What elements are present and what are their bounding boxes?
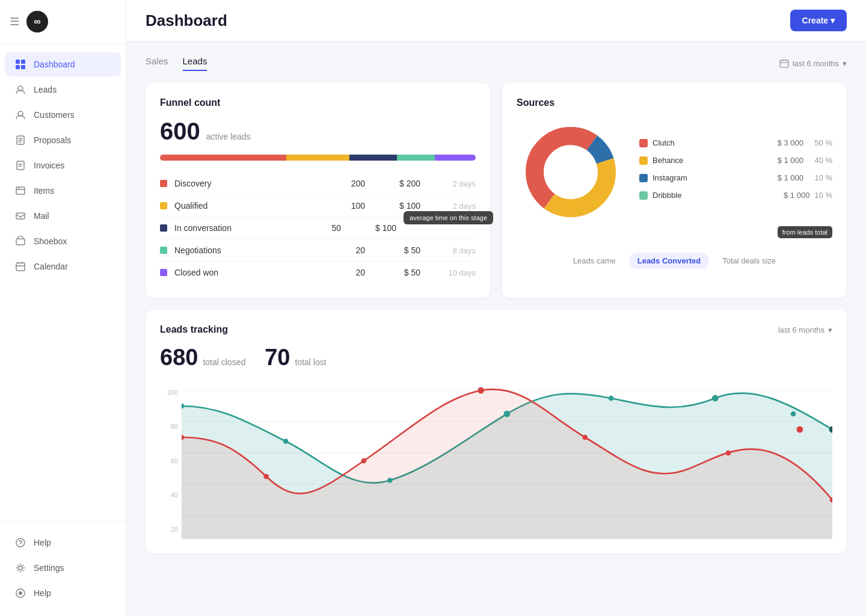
y-label-40: 40 (160, 491, 178, 499)
from-leads-total-tooltip: from leads total (778, 226, 832, 238)
total-lost-label: total lost (295, 357, 327, 367)
leads-tracking-card: Leads tracking last 6 months ▾ 680 total… (146, 310, 847, 553)
bar-closed (435, 155, 476, 161)
tab-list: Sales Leads (146, 56, 207, 71)
sidebar-item-proposals[interactable]: Proposals (5, 128, 121, 152)
mail-icon (14, 210, 26, 222)
funnel-row-days: 2 days (428, 202, 476, 211)
sidebar-item-shoebox[interactable]: Shoebox (5, 229, 121, 253)
sidebar-item-settings[interactable]: Settings (5, 556, 121, 580)
sidebar-item-mail[interactable]: Mail (5, 204, 121, 228)
red-dot-end (796, 427, 803, 433)
funnel-row-name: Negotiations (174, 245, 328, 255)
svg-rect-7 (17, 161, 24, 170)
y-label-80: 80 (160, 423, 178, 430)
teal-dot (283, 439, 289, 444)
legend-amount: $ 3 000 (767, 138, 803, 147)
total-lost-stat: 70 total lost (265, 345, 326, 371)
shoebox-icon (14, 235, 26, 247)
funnel-color-dot (160, 224, 167, 232)
red-dot (583, 435, 588, 440)
donut-chart (517, 118, 625, 229)
sidebar-header: ☰ ∞ (0, 0, 126, 44)
hamburger-icon[interactable]: ☰ (10, 15, 19, 28)
tab-sales[interactable]: Sales (146, 56, 168, 71)
sidebar-footer: Help Settings Help (0, 522, 126, 616)
total-lost-number: 70 (265, 345, 290, 371)
funnel-row-days: 2 days (428, 179, 476, 188)
svg-rect-1 (21, 60, 25, 64)
sidebar-item-leads[interactable]: Leads (5, 78, 121, 102)
sources-tab-leads_converted[interactable]: Leads Converted (629, 253, 709, 269)
funnel-row-count: 20 (335, 268, 365, 277)
sidebar-item-items[interactable]: Items (5, 179, 121, 203)
sources-tab-total_deals[interactable]: Total deals size (714, 253, 784, 269)
svg-point-9 (18, 188, 19, 189)
funnel-number: 600 (160, 118, 200, 145)
funnel-row-count: 100 (335, 201, 365, 211)
funnel-row-count: 200 (335, 179, 365, 188)
legend-color-dot (639, 191, 648, 200)
sources-tab-leads_came[interactable]: Leads came (565, 253, 624, 269)
teal-dot (609, 396, 614, 401)
y-label-100: 100 (160, 389, 178, 396)
help2-icon (14, 587, 26, 599)
dashboard-grid: Funnel count 600 active leads Discovery … (146, 83, 847, 553)
sidebar-item-label: Help (34, 538, 51, 547)
sidebar-item-customers[interactable]: Customers (5, 103, 121, 127)
y-label-60: 60 (160, 457, 178, 464)
sources-content: Clutch $ 3 000 50 % Behance $ 1 000 40 %… (517, 118, 832, 229)
funnel-color-dot (160, 247, 167, 254)
funnel-table: Discovery 200 $ 200 2 days Qualified 100… (160, 173, 476, 283)
date-filter-label: last 6 months (793, 59, 839, 68)
calendar-icon (14, 260, 26, 273)
proposals-icon (14, 134, 26, 146)
items-icon (14, 185, 26, 197)
sidebar-item-label: Dashboard (34, 60, 75, 69)
tab-leads[interactable]: Leads (183, 56, 207, 71)
total-closed-number: 680 (160, 345, 198, 371)
sidebar-item-help[interactable]: Help (5, 531, 121, 555)
tracking-header: Leads tracking last 6 months ▾ (160, 324, 832, 335)
sidebar-item-label: Mail (34, 211, 49, 221)
sidebar-item-calendar[interactable]: Calendar (5, 254, 121, 279)
funnel-row-days: 8 days (428, 246, 476, 255)
funnel-row-3: Negotiations 20 $ 50 8 days (160, 239, 476, 262)
chart-y-labels: 20 40 60 80 100 (160, 383, 178, 539)
funnel-row-count: 50 (311, 223, 341, 233)
sidebar-item-invoices[interactable]: Invoices (5, 153, 121, 177)
sidebar-item-label: Invoices (34, 161, 64, 170)
legend-color-dot (639, 139, 648, 147)
legend-pct: 10 % (808, 173, 832, 182)
sidebar-item-label: Settings (34, 563, 64, 573)
date-filter[interactable]: last 6 months ▾ (779, 59, 847, 69)
legend-amount: $ 1 000 (767, 156, 803, 165)
create-button[interactable]: Create ▾ (790, 10, 847, 31)
leads-chart: 20 40 60 80 100 (160, 383, 832, 539)
customers-icon (14, 109, 26, 121)
total-closed-label: total closed (203, 357, 245, 367)
tracking-date-filter[interactable]: last 6 months ▾ (778, 325, 832, 334)
bar-negotiations (397, 155, 435, 161)
svg-rect-8 (16, 187, 25, 194)
svg-rect-12 (16, 263, 25, 271)
svg-point-14 (19, 566, 22, 570)
settings-icon (14, 562, 26, 574)
leads-icon (14, 84, 26, 96)
legend-pct: 10 % (814, 191, 832, 200)
funnel-row-amount: $ 100 (348, 223, 396, 233)
invoices-icon (14, 159, 26, 171)
red-dot (361, 458, 367, 464)
page-title: Dashboard (146, 11, 227, 30)
legend-name: Dribbble (653, 191, 769, 200)
funnel-row-name: Discovery (174, 179, 328, 188)
funnel-row-2: In conversation 50 $ 100 average time on… (160, 217, 476, 239)
funnel-row-amount: $ 50 (372, 268, 420, 277)
legend-pct: 50 % (808, 138, 832, 147)
teal-dot-peak (504, 411, 511, 417)
content-area: Sales Leads last 6 months ▾ Funnel count… (126, 42, 866, 616)
legend-color-dot (639, 174, 648, 182)
sidebar-item-dashboard[interactable]: Dashboard (5, 52, 121, 76)
legend-amount: $ 1 000 (773, 191, 809, 200)
sidebar-item-help2[interactable]: Help (5, 581, 121, 605)
